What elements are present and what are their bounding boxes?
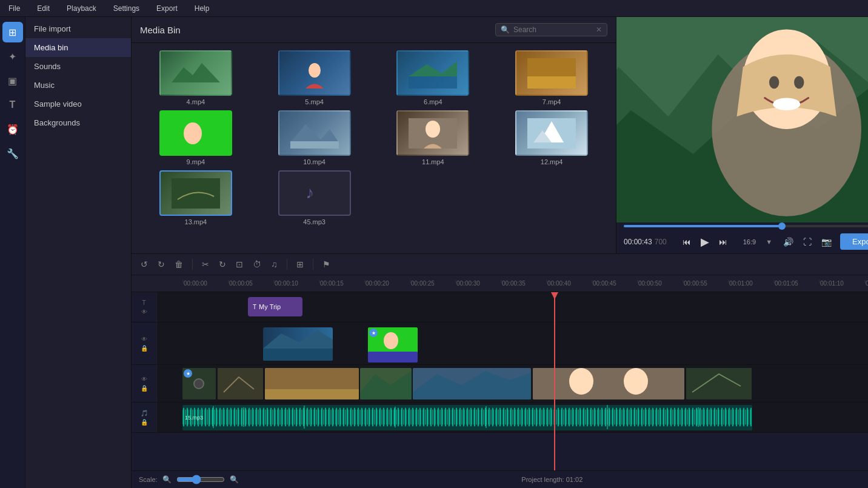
export-button[interactable]: Export bbox=[840, 233, 868, 250]
text-track-icon: T bbox=[142, 299, 145, 306]
main-clip-7[interactable] bbox=[686, 368, 752, 399]
main-clip-4[interactable] bbox=[360, 368, 412, 399]
zoom-in-icon[interactable]: 🔍 bbox=[230, 475, 239, 484]
scale-slider[interactable] bbox=[176, 475, 225, 484]
media-item-13mp4[interactable]: 13.mp4 bbox=[139, 170, 253, 226]
rotate-button[interactable]: ↻ bbox=[216, 258, 229, 271]
media-item-10mp4[interactable]: 10.mp4 bbox=[258, 110, 372, 165]
main-track-controls: 👁 🔒 bbox=[132, 365, 157, 402]
media-item-6mp4[interactable]: 6.mp4 bbox=[376, 50, 490, 105]
undo-button[interactable]: ↺ bbox=[138, 258, 151, 271]
split-button[interactable]: ⊞ bbox=[293, 258, 307, 271]
timeline-ruler: 00:00:00 00:00:05 00:00:10 00:00:15 00:0… bbox=[132, 275, 868, 292]
svg-rect-35 bbox=[395, 407, 396, 427]
title-track-controls: T 👁 bbox=[132, 292, 157, 322]
preview-video bbox=[616, 17, 868, 222]
audio-clip[interactable]: 15.mp3 bbox=[182, 405, 752, 430]
main-clip-6[interactable] bbox=[533, 368, 684, 399]
nav-music[interactable]: Music bbox=[25, 76, 131, 95]
menu-file[interactable]: File bbox=[5, 3, 24, 14]
sidebar-icon-text[interactable]: T bbox=[2, 95, 23, 115]
media-item-7mp4[interactable]: 7.mp4 bbox=[495, 50, 609, 105]
prev-frame-button[interactable]: ⏮ bbox=[681, 236, 692, 248]
media-item-5mp4[interactable]: 5.mp4 bbox=[258, 50, 372, 105]
main-area: ⊞ ✦ ▣ T ⏰ 🔧 File import Media bin Sounds… bbox=[0, 17, 868, 488]
svg-rect-34 bbox=[304, 406, 305, 429]
delete-button[interactable]: 🗑 bbox=[172, 258, 186, 271]
media-item-4mp4[interactable]: 4.mp4 bbox=[139, 50, 253, 105]
svg-point-1 bbox=[309, 63, 321, 78]
eye-icon[interactable]: 👁 bbox=[141, 309, 147, 315]
media-label-5mp4: 5.mp4 bbox=[305, 98, 324, 105]
ruler-marks: 00:00:00 00:00:05 00:00:10 00:00:15 00:0… bbox=[182, 280, 868, 287]
nav-sounds[interactable]: Sounds bbox=[25, 57, 131, 76]
lock2-icon[interactable]: 🔒 bbox=[141, 345, 148, 352]
title-clip[interactable]: T My Trip bbox=[248, 297, 302, 316]
search-input[interactable] bbox=[513, 25, 592, 34]
svg-rect-36 bbox=[486, 406, 487, 428]
speed-button[interactable]: ⏱ bbox=[250, 258, 264, 271]
svg-point-8 bbox=[426, 121, 440, 138]
main-lock-icon[interactable]: 🔒 bbox=[141, 385, 148, 392]
aspect-dropdown-icon[interactable]: ▼ bbox=[766, 238, 772, 246]
audio-track-content: 15.mp3 bbox=[157, 403, 868, 432]
main-clip-2[interactable] bbox=[218, 368, 263, 399]
zoom-out-icon[interactable]: 🔍 bbox=[162, 475, 172, 484]
menu-help[interactable]: Help bbox=[191, 3, 213, 14]
media-label-10mp4: 10.mp4 bbox=[303, 158, 326, 165]
aspect-ratio: 16:9 bbox=[743, 238, 756, 246]
flag-button[interactable]: ⚑ bbox=[319, 258, 333, 271]
time-display: 00:00:43 700 bbox=[624, 238, 667, 246]
preview-controls: 00:00:43 700 ⏮ ▶ ⏭ 16:9 ▼ 🔊 ⛶ 📷 Export bbox=[616, 230, 868, 253]
next-frame-button[interactable]: ⏭ bbox=[718, 236, 729, 248]
search-icon: 🔍 bbox=[501, 25, 510, 34]
sidebar-icon-history[interactable]: ⏰ bbox=[2, 119, 23, 139]
pip-clip-1[interactable] bbox=[263, 327, 333, 361]
audio-track-controls: 🎵 🔒 bbox=[132, 403, 157, 432]
audio-mixer-button[interactable]: ♫ bbox=[268, 258, 281, 271]
menu-playback[interactable]: Playback bbox=[63, 3, 100, 14]
time-sub: 700 bbox=[655, 238, 667, 246]
nav-media-bin[interactable]: Media bin bbox=[25, 38, 131, 57]
media-item-45mp3[interactable]: ♪ 45.mp3 bbox=[258, 170, 372, 226]
redo-button[interactable]: ↻ bbox=[155, 258, 168, 271]
menu-export[interactable]: Export bbox=[153, 3, 181, 14]
sidebar-icon-home[interactable]: ⊞ bbox=[2, 22, 23, 42]
audio-lock-icon[interactable]: 🔒 bbox=[141, 419, 148, 426]
media-label-9mp4: 9.mp4 bbox=[187, 158, 205, 165]
fullscreen-button[interactable]: ⛶ bbox=[802, 236, 813, 248]
media-label-13mp4: 13.mp4 bbox=[185, 218, 207, 226]
search-box[interactable]: 🔍 ✕ bbox=[495, 23, 607, 36]
volume-button[interactable]: 🔊 bbox=[782, 236, 795, 248]
preview-progress-bar[interactable] bbox=[624, 225, 868, 227]
left-icon-sidebar: ⊞ ✦ ▣ T ⏰ 🔧 bbox=[0, 17, 25, 488]
sidebar-icon-transitions[interactable]: ▣ bbox=[2, 70, 23, 91]
eye2-icon[interactable]: 👁 bbox=[141, 336, 147, 343]
crop-button[interactable]: ⊡ bbox=[233, 258, 246, 271]
menu-settings[interactable]: Settings bbox=[110, 3, 143, 14]
svg-rect-24 bbox=[533, 368, 684, 399]
main-clip-5[interactable] bbox=[413, 368, 531, 399]
nav-file-import[interactable]: File import bbox=[25, 19, 131, 38]
sidebar-icon-effects[interactable]: ✦ bbox=[2, 46, 23, 67]
media-label-4mp4: 4.mp4 bbox=[187, 98, 205, 105]
play-button[interactable]: ▶ bbox=[699, 234, 710, 250]
main-clip-3[interactable] bbox=[265, 368, 359, 399]
svg-point-16 bbox=[794, 76, 804, 89]
search-clear-icon[interactable]: ✕ bbox=[596, 25, 602, 34]
nav-backgrounds[interactable]: Backgrounds bbox=[25, 113, 131, 132]
main-eye-icon[interactable]: 👁 bbox=[141, 376, 147, 383]
cut-button[interactable]: ✂ bbox=[199, 258, 212, 271]
media-item-12mp4[interactable]: 12.mp4 bbox=[495, 110, 609, 165]
nav-sample-video[interactable]: Sample video bbox=[25, 95, 131, 113]
screenshot-button[interactable]: 📷 bbox=[820, 236, 833, 248]
media-item-9mp4[interactable]: 9.mp4 bbox=[139, 110, 253, 165]
main-clip-1[interactable]: ★ bbox=[182, 368, 216, 399]
project-length-label: Project length: bbox=[521, 476, 564, 483]
timeline-tracks: T 👁 T My Trip bbox=[132, 292, 868, 470]
svg-rect-2 bbox=[527, 58, 576, 76]
menu-edit[interactable]: Edit bbox=[33, 3, 53, 14]
media-item-11mp4[interactable]: 11.mp4 bbox=[376, 110, 490, 165]
media-bin: Media Bin 🔍 ✕ 4.mp4 bbox=[132, 17, 616, 253]
sidebar-icon-tools[interactable]: 🔧 bbox=[2, 143, 23, 164]
